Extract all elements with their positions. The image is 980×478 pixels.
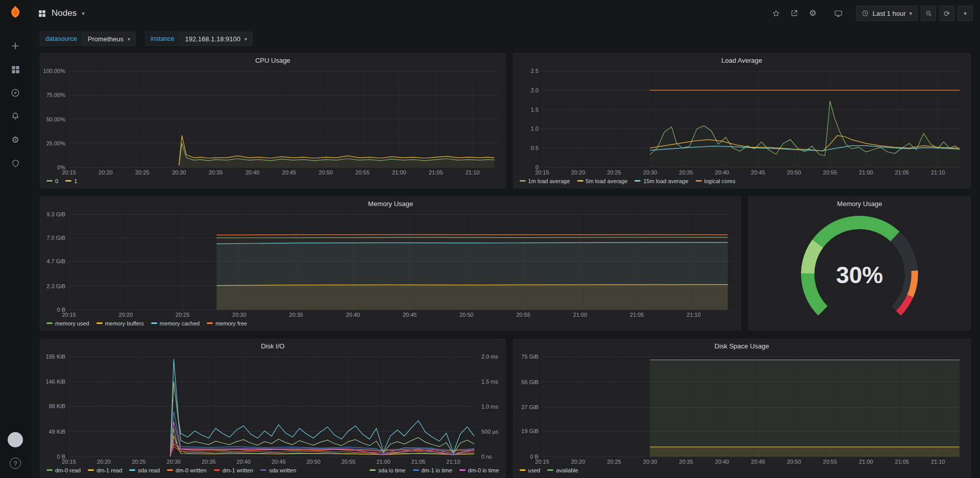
legend-series-label: sda read [138, 467, 160, 473]
legend-item-sda-io-time[interactable]: sda io time [370, 467, 405, 473]
refresh-interval-dropdown[interactable]: ▾ [958, 6, 973, 21]
sidebar-item-profile[interactable] [0, 428, 31, 451]
legend-item-memory-buffers[interactable]: memory buffers [96, 320, 144, 326]
svg-text:21:10: 21:10 [446, 459, 460, 465]
sidebar-item-help[interactable]: ? [0, 451, 31, 475]
legend-series-swatch [65, 180, 71, 182]
svg-text:0 B: 0 B [57, 454, 65, 460]
panel-title[interactable]: CPU Usage [40, 54, 505, 67]
legend-item-dm-1-written[interactable]: dm-1 written [214, 467, 254, 473]
grafana-logo[interactable] [8, 5, 23, 20]
panel-title[interactable]: Disk Space Usage [513, 339, 970, 353]
legend-item-memory-cached[interactable]: memory cached [151, 320, 200, 326]
variable-instance-value[interactable]: 192.168.1.18:9100 ▾ [180, 32, 253, 46]
svg-text:0.5: 0.5 [530, 145, 538, 151]
sidebar-item-configuration[interactable]: ⚙ [0, 128, 31, 152]
legend-series-label: dm-0 written [176, 467, 207, 473]
legend-series-label: memory cached [160, 320, 200, 326]
load-average-chart[interactable]: 20:1520:2020:2520:3020:3520:4020:4520:50… [513, 67, 970, 177]
svg-text:20:30: 20:30 [643, 169, 657, 175]
panel-memory-usage: Memory Usage 20:1520:2020:2520:3020:3520… [40, 196, 741, 331]
svg-text:20:35: 20:35 [202, 459, 216, 465]
legend-item-1[interactable]: 1 [65, 178, 77, 184]
sidebar-item-explore[interactable] [0, 81, 31, 105]
sidebar-item-create[interactable] [0, 34, 31, 58]
svg-text:20:45: 20:45 [751, 459, 765, 465]
variable-datasource-value[interactable]: Prometheus ▾ [82, 32, 136, 46]
svg-text:98 KiB: 98 KiB [49, 403, 65, 409]
x-axis-labels: 20:1520:2020:2520:3020:3520:4020:4520:50… [535, 169, 945, 175]
legend-series-label: 1 [74, 178, 77, 184]
zoom-out-button[interactable] [921, 6, 936, 21]
panel-disk-io: Disk I/O 20:1520:2020:2520:3020:3520:402… [40, 339, 506, 477]
legend-item-dm-1-io-time[interactable]: dm-1 io time [413, 467, 453, 473]
chevron-down-icon: ▾ [909, 10, 912, 17]
svg-text:1.5: 1.5 [530, 107, 538, 113]
time-range-picker[interactable]: Last 1 hour ▾ [856, 6, 918, 21]
memory-plot[interactable]: 20:1520:2020:2520:3020:3520:4020:4520:50… [40, 210, 741, 319]
dashboards-grid-icon [11, 65, 20, 74]
legend-item-memory-free[interactable]: memory free [207, 320, 247, 326]
legend-series-swatch [46, 180, 53, 182]
legend-item-0[interactable]: 0 [46, 178, 58, 184]
chevron-down-icon: ▾ [964, 10, 967, 17]
dashboard-settings-button[interactable]: ⚙ [805, 6, 820, 21]
panel-title[interactable]: Memory Usage [40, 197, 741, 210]
legend-item-sda-written[interactable]: sda written [260, 467, 296, 473]
load-plot[interactable]: 20:1520:2020:2520:3020:3520:4020:4520:50… [513, 67, 970, 177]
svg-text:0 B: 0 B [530, 454, 538, 460]
panel-title[interactable]: Disk I/O [40, 339, 505, 353]
variable-datasource: datasource Prometheus ▾ [40, 32, 136, 46]
svg-text:20:30: 20:30 [232, 312, 247, 318]
legend-item-used[interactable]: used [520, 467, 541, 473]
share-button[interactable] [787, 6, 802, 21]
svg-text:21:00: 21:00 [573, 312, 587, 318]
legend-series-label: 1m load average [528, 178, 570, 184]
legend-item-15m-load-average[interactable]: 15m load average [634, 178, 688, 184]
panel-title[interactable]: Memory Usage [749, 197, 970, 210]
disk_io-plot[interactable]: 20:1520:2020:2520:3020:3520:4020:4520:50… [40, 353, 505, 466]
disk-io-chart[interactable]: 20:1520:2020:2520:3020:3520:4020:4520:50… [40, 353, 505, 466]
chevron-down-icon: ▾ [244, 36, 247, 42]
disk_space-plot[interactable]: 20:1520:2020:2520:3020:3520:4020:4520:50… [513, 353, 970, 466]
legend-series-label: 15m load average [643, 178, 688, 184]
sidebar-item-alerting[interactable] [0, 105, 31, 128]
memory-usage-gauge[interactable]: 30% [749, 210, 970, 330]
sidebar-item-server-admin[interactable] [0, 152, 31, 175]
svg-text:195 KiB: 195 KiB [45, 354, 65, 360]
refresh-button[interactable]: ⟳ [939, 6, 954, 21]
svg-text:0 B: 0 B [57, 307, 65, 313]
sidebar-item-dashboards[interactable] [0, 58, 31, 81]
svg-text:7.0 GiB: 7.0 GiB [46, 235, 65, 241]
legend-item-dm-1-read[interactable]: dm-1 read [88, 467, 122, 473]
legend-item-5m-load-average[interactable]: 5m load average [577, 178, 628, 184]
svg-text:75 GiB: 75 GiB [521, 354, 538, 360]
disk-space-chart[interactable]: 20:1520:2020:2520:3020:3520:4020:4520:50… [513, 353, 970, 466]
legend-item-logical-cores[interactable]: logical cores [696, 178, 736, 184]
dashboard-title-button[interactable]: Nodes ▾ [38, 8, 85, 18]
svg-text:2.3 GiB: 2.3 GiB [46, 283, 65, 289]
legend-item-memory-used[interactable]: memory used [46, 320, 89, 326]
panel-title[interactable]: Load Average [513, 54, 970, 67]
gear-icon: ⚙ [11, 136, 19, 144]
svg-text:20:20: 20:20 [99, 169, 113, 175]
cpu-plot[interactable]: 20:1520:2020:2520:3020:3520:4020:4520:50… [40, 67, 505, 177]
memory-usage-chart[interactable]: 20:1520:2020:2520:3020:3520:4020:4520:50… [40, 210, 741, 319]
legend-series-swatch [129, 469, 135, 471]
legend-item-sda-read[interactable]: sda read [129, 467, 160, 473]
panel-load-average: Load Average 20:1520:2020:2520:3020:3520… [513, 53, 971, 188]
legend-series-label: memory free [215, 320, 247, 326]
monitor-icon [834, 9, 843, 18]
legend-item-dm-0-io-time[interactable]: dm-0 io time [459, 467, 499, 473]
cpu-usage-chart[interactable]: 20:1520:2020:2520:3020:3520:4020:4520:50… [40, 67, 505, 177]
cycle-view-button[interactable] [830, 6, 846, 21]
star-button[interactable] [768, 6, 783, 21]
legend-item-available[interactable]: available [547, 467, 578, 473]
load-average-legend: 1m load average5m load average15m load a… [513, 177, 970, 188]
legend-item-1m-load-average[interactable]: 1m load average [520, 178, 570, 184]
svg-text:20:35: 20:35 [209, 169, 223, 175]
legend-item-dm-0-written[interactable]: dm-0 written [167, 467, 207, 473]
legend-item-dm-0-read[interactable]: dm-0 read [46, 467, 81, 473]
svg-text:1.0 ms: 1.0 ms [481, 404, 499, 410]
svg-text:0 ns: 0 ns [481, 454, 492, 460]
